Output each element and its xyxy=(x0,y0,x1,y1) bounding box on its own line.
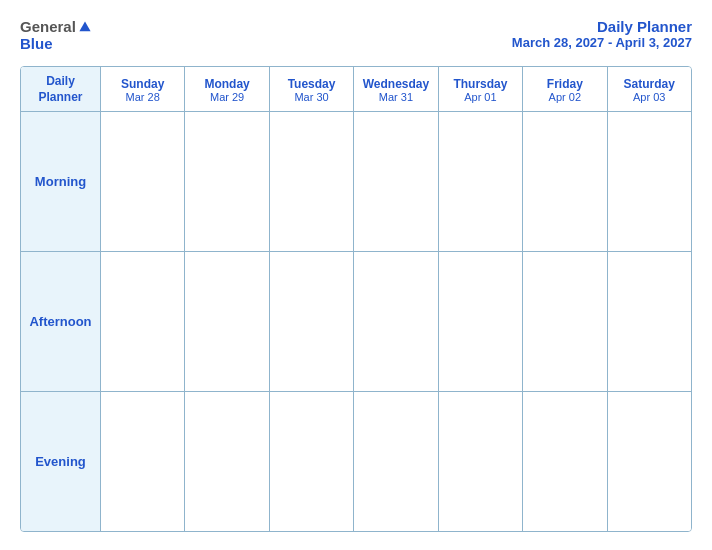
day-date: Mar 28 xyxy=(126,91,160,103)
header-label-text: DailyPlanner xyxy=(38,74,82,105)
cell-evening-saturday[interactable] xyxy=(608,392,691,531)
day-name: Thursday xyxy=(453,77,507,91)
logo: General Blue xyxy=(20,18,92,52)
cell-morning-thursday[interactable] xyxy=(439,112,523,251)
day-name: Friday xyxy=(547,77,583,91)
calendar-body: MorningAfternoonEvening xyxy=(21,112,691,531)
cell-afternoon-monday[interactable] xyxy=(185,252,269,391)
logo-icon xyxy=(78,20,92,34)
cell-evening-wednesday[interactable] xyxy=(354,392,438,531)
cell-afternoon-saturday[interactable] xyxy=(608,252,691,391)
cell-afternoon-sunday[interactable] xyxy=(101,252,185,391)
header-day-saturday: Saturday Apr 03 xyxy=(608,67,691,111)
planner-date-range: March 28, 2027 - April 3, 2027 xyxy=(512,35,692,50)
cell-evening-friday[interactable] xyxy=(523,392,607,531)
header-day-friday: Friday Apr 02 xyxy=(523,67,607,111)
cell-evening-sunday[interactable] xyxy=(101,392,185,531)
cell-morning-sunday[interactable] xyxy=(101,112,185,251)
day-date: Mar 31 xyxy=(379,91,413,103)
day-date: Mar 29 xyxy=(210,91,244,103)
header-day-tuesday: Tuesday Mar 30 xyxy=(270,67,354,111)
cell-afternoon-wednesday[interactable] xyxy=(354,252,438,391)
row-label-evening: Evening xyxy=(21,392,101,531)
cell-morning-tuesday[interactable] xyxy=(270,112,354,251)
row-label-afternoon: Afternoon xyxy=(21,252,101,391)
cell-morning-wednesday[interactable] xyxy=(354,112,438,251)
cal-row-morning: Morning xyxy=(21,112,691,252)
cell-afternoon-thursday[interactable] xyxy=(439,252,523,391)
row-label-text: Morning xyxy=(35,174,86,189)
planner-title: Daily Planner xyxy=(512,18,692,35)
cell-morning-monday[interactable] xyxy=(185,112,269,251)
calendar: DailyPlanner Sunday Mar 28 Monday Mar 29… xyxy=(20,66,692,532)
row-label-morning: Morning xyxy=(21,112,101,251)
title-area: Daily Planner March 28, 2027 - April 3, … xyxy=(512,18,692,50)
page-header: General Blue Daily Planner March 28, 202… xyxy=(20,18,692,52)
day-name: Saturday xyxy=(624,77,675,91)
cell-evening-monday[interactable] xyxy=(185,392,269,531)
header-day-wednesday: Wednesday Mar 31 xyxy=(354,67,438,111)
day-date: Apr 02 xyxy=(549,91,581,103)
day-name: Sunday xyxy=(121,77,164,91)
cal-row-afternoon: Afternoon xyxy=(21,252,691,392)
cell-morning-saturday[interactable] xyxy=(608,112,691,251)
day-name: Tuesday xyxy=(288,77,336,91)
logo-general: General xyxy=(20,18,76,35)
cell-morning-friday[interactable] xyxy=(523,112,607,251)
header-day-thursday: Thursday Apr 01 xyxy=(439,67,523,111)
cal-row-evening: Evening xyxy=(21,392,691,531)
row-label-text: Evening xyxy=(35,454,86,469)
logo-blue: Blue xyxy=(20,35,53,52)
day-date: Mar 30 xyxy=(294,91,328,103)
svg-marker-0 xyxy=(79,21,90,31)
day-date: Apr 01 xyxy=(464,91,496,103)
day-name: Monday xyxy=(204,77,249,91)
cell-evening-tuesday[interactable] xyxy=(270,392,354,531)
header-day-sunday: Sunday Mar 28 xyxy=(101,67,185,111)
header-day-monday: Monday Mar 29 xyxy=(185,67,269,111)
row-label-text: Afternoon xyxy=(29,314,91,329)
day-name: Wednesday xyxy=(363,77,429,91)
cell-evening-thursday[interactable] xyxy=(439,392,523,531)
cell-afternoon-tuesday[interactable] xyxy=(270,252,354,391)
cell-afternoon-friday[interactable] xyxy=(523,252,607,391)
calendar-header-row: DailyPlanner Sunday Mar 28 Monday Mar 29… xyxy=(21,67,691,112)
day-date: Apr 03 xyxy=(633,91,665,103)
header-label-cell: DailyPlanner xyxy=(21,67,101,111)
